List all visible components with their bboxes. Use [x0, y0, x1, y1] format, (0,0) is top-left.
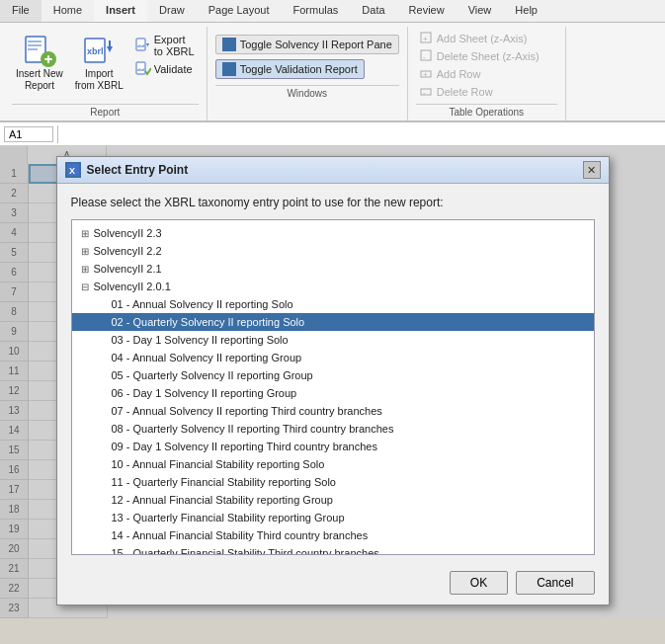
validate-button[interactable]: xbrl Validate — [131, 60, 199, 78]
expander-solvency21[interactable]: ⊞ — [76, 261, 94, 277]
tree-item-06[interactable]: · 06 - Day 1 Solvency II reporting Group — [72, 384, 594, 402]
tree-item-09[interactable]: · 09 - Day 1 Solvency II reporting Third… — [72, 438, 594, 455]
insert-new-report-button[interactable]: Insert NewReport — [12, 31, 67, 94]
tab-view[interactable]: View — [457, 0, 504, 22]
toggle-solvency-button[interactable]: Toggle Solvency II Report Pane — [215, 35, 399, 54]
tree-label-12: 12 - Annual Financial Stability reportin… — [112, 494, 333, 506]
cancel-button[interactable]: Cancel — [516, 571, 594, 595]
solvency-icon — [222, 38, 236, 51]
delete-row-button[interactable]: - Delete Row — [416, 84, 557, 100]
tree-item-08[interactable]: · 08 - Quarterly Solvency II reporting T… — [72, 420, 594, 438]
toggle-solvency-label: Toggle Solvency II Report Pane — [240, 39, 392, 50]
svg-text:xbrl: xbrl — [137, 43, 144, 48]
svg-text:+: + — [423, 35, 428, 43]
export-to-xbrl-button[interactable]: xbrl Exportto XBRL — [131, 33, 199, 58]
windows-buttons: Toggle Solvency II Report Pane Toggle Va… — [215, 31, 399, 81]
tree-item-solvency21[interactable]: ⊞ SolvencyII 2.1 — [72, 260, 594, 278]
tab-draw[interactable]: Draw — [147, 0, 197, 22]
tree-item-04[interactable]: · 04 - Annual Solvency II reporting Grou… — [72, 349, 594, 366]
table-ops-group: + Add Sheet (z-Axis) - Delete Sheet (z-A… — [408, 27, 566, 121]
svg-rect-1 — [28, 40, 42, 42]
tab-help[interactable]: Help — [503, 0, 549, 22]
insert-new-report-label: Insert NewReport — [16, 68, 63, 92]
tree-label-11: 11 - Quarterly Financial Stability repor… — [112, 476, 336, 488]
tree-item-05[interactable]: · 05 - Quarterly Solvency II reporting G… — [72, 366, 594, 384]
tree-label-13: 13 - Quarterly Financial Stability repor… — [112, 512, 345, 523]
tree-item-02[interactable]: · 02 - Quarterly Solvency II reporting S… — [72, 313, 594, 331]
expander-solvency201[interactable]: ⊟ — [76, 279, 94, 294]
windows-group-label: Windows — [215, 85, 399, 102]
tree-item-12[interactable]: · 12 - Annual Financial Stability report… — [72, 491, 594, 509]
add-sheet-icon: + — [420, 32, 434, 45]
ribbon-tabs: File Home Insert Draw Page Layout Formul… — [0, 0, 665, 23]
delete-sheet-button[interactable]: - Delete Sheet (z-Axis) — [416, 48, 557, 64]
import-from-xbrl-button[interactable]: xbrl Importfrom XBRL — [71, 31, 127, 94]
tree-label-solvency21: SolvencyII 2.1 — [94, 263, 162, 275]
validate-icon: xbrl — [135, 61, 151, 77]
tab-formulas[interactable]: Formulas — [282, 0, 351, 22]
add-row-button[interactable]: + Add Row — [416, 66, 557, 82]
svg-rect-6 — [47, 55, 49, 63]
report-group-label: Report — [12, 104, 199, 121]
export-label: Exportto XBRL — [154, 34, 195, 57]
tree-container[interactable]: ⊞ SolvencyII 2.3 ⊞ SolvencyII 2.2 ⊞ Solv… — [71, 219, 595, 555]
tree-item-14[interactable]: · 14 - Annual Financial Stability Third … — [72, 526, 594, 544]
table-ops-buttons: + Add Sheet (z-Axis) - Delete Sheet (z-A… — [416, 31, 557, 100]
tree-item-11[interactable]: · 11 - Quarterly Financial Stability rep… — [72, 473, 594, 491]
tree-label-solvency22: SolvencyII 2.2 — [94, 245, 162, 257]
delete-row-label: Delete Row — [437, 86, 493, 98]
formula-bar — [0, 122, 665, 146]
tab-page-layout[interactable]: Page Layout — [197, 0, 282, 22]
cell-reference[interactable] — [4, 126, 53, 142]
add-row-label: Add Row — [437, 68, 481, 80]
import-label: Importfrom XBRL — [75, 68, 124, 92]
add-sheet-label: Add Sheet (z-Axis) — [437, 33, 528, 44]
ok-button[interactable]: OK — [450, 571, 508, 595]
report-group-buttons: Insert NewReport xbrl Importfrom XBRL — [12, 31, 199, 100]
toggle-validation-button[interactable]: Toggle Validation Report — [215, 59, 365, 79]
toggle-validation-label: Toggle Validation Report — [240, 63, 358, 75]
tree-item-13[interactable]: · 13 - Quarterly Financial Stability rep… — [72, 509, 594, 526]
tree-label-02: 02 - Quarterly Solvency II reporting Sol… — [112, 316, 305, 328]
tree-label-09: 09 - Day 1 Solvency II reporting Third c… — [112, 441, 377, 452]
tree-item-solvency23[interactable]: ⊞ SolvencyII 2.3 — [72, 224, 594, 242]
tree-item-03[interactable]: · 03 - Day 1 Solvency II reporting Solo — [72, 331, 594, 349]
validation-icon — [222, 62, 236, 76]
dialog-title: Select Entry Point — [87, 163, 577, 177]
expander-solvency22[interactable]: ⊞ — [76, 243, 94, 259]
dialog-close-button[interactable]: ✕ — [583, 161, 601, 179]
dialog-title-bar: X Select Entry Point ✕ — [57, 157, 609, 184]
tree-label-06: 06 - Day 1 Solvency II reporting Group — [112, 387, 297, 399]
tree-item-07[interactable]: · 07 - Annual Solvency II reporting Thir… — [72, 402, 594, 420]
tree-label-15: 15 - Quarterly Financial Stability Third… — [112, 547, 379, 555]
tree-item-10[interactable]: · 10 - Annual Financial Stability report… — [72, 455, 594, 473]
validate-label: Validate — [154, 63, 193, 75]
ribbon: File Home Insert Draw Page Layout Formul… — [0, 0, 665, 122]
tab-insert[interactable]: Insert — [94, 0, 147, 22]
add-sheet-button[interactable]: + Add Sheet (z-Axis) — [416, 31, 557, 46]
windows-group: Toggle Solvency II Report Pane Toggle Va… — [208, 27, 408, 121]
expander-solvency23[interactable]: ⊞ — [76, 225, 94, 241]
tree-item-solvency22[interactable]: ⊞ SolvencyII 2.2 — [72, 242, 594, 260]
dialog-footer: OK Cancel — [57, 563, 609, 604]
tab-home[interactable]: Home — [42, 0, 94, 22]
formula-input[interactable] — [62, 128, 661, 140]
insert-new-report-icon — [22, 33, 57, 68]
tab-review[interactable]: Review — [397, 0, 457, 22]
spreadsheet-area: A 1 2 3 4 5 6 7 8 9 10 11 12 13 14 15 16… — [0, 146, 665, 618]
tab-file[interactable]: File — [0, 0, 42, 22]
delete-row-icon: - — [420, 85, 434, 99]
tree-item-15[interactable]: · 15 - Quarterly Financial Stability Thi… — [72, 544, 594, 555]
tree-label-01: 01 - Annual Solvency II reporting Solo — [112, 298, 293, 310]
tree-item-01[interactable]: · 01 - Annual Solvency II reporting Solo — [72, 295, 594, 313]
add-row-icon: + — [420, 67, 434, 81]
dialog-body: Please select the XBRL taxonomy entry po… — [57, 184, 609, 563]
dialog-icon: X — [65, 162, 81, 178]
svg-text:xbrl: xbrl — [87, 46, 104, 56]
svg-text:-: - — [423, 88, 426, 97]
tree-label-08: 08 - Quarterly Solvency II reporting Thi… — [112, 423, 394, 435]
tab-data[interactable]: Data — [350, 0, 396, 22]
delete-sheet-icon: - — [420, 49, 434, 63]
svg-text:X: X — [69, 166, 75, 176]
tree-item-solvency201[interactable]: ⊟ SolvencyII 2.0.1 — [72, 278, 594, 295]
